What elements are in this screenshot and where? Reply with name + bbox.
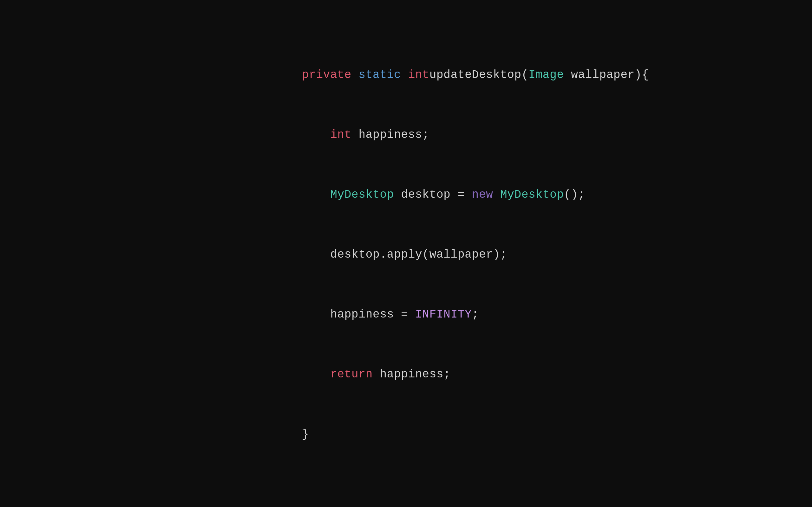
return-happiness: happiness; xyxy=(373,368,451,381)
constant-infinity: INFINITY xyxy=(415,308,472,321)
keyword-static: static xyxy=(358,68,401,81)
class-mydesktop-2: MyDesktop xyxy=(500,188,564,201)
keyword-private: private xyxy=(302,68,351,81)
code-line-4: desktop.apply(wallpaper); xyxy=(302,245,649,265)
param-rest: wallpaper){ xyxy=(564,68,649,81)
code-line-6: return happiness; xyxy=(302,364,649,384)
desktop-assign: desktop = xyxy=(394,188,472,201)
class-mydesktop-1: MyDesktop xyxy=(330,188,394,201)
closing-brace: } xyxy=(302,428,309,441)
semicolon-5: ; xyxy=(472,308,479,321)
code-line-1: private static intupdateDesktop(Image wa… xyxy=(302,65,649,85)
constructor-call: (); xyxy=(564,188,585,201)
class-image: Image xyxy=(528,68,564,81)
method-signature: updateDesktop( xyxy=(429,68,529,81)
desktop-apply-text: desktop.apply(wallpaper); xyxy=(330,248,507,261)
keyword-int-2: int xyxy=(330,128,351,141)
keyword-int-1: int xyxy=(408,68,429,81)
code-line-7: } xyxy=(302,424,649,444)
code-block: private static intupdateDesktop(Image wa… xyxy=(302,25,649,464)
happiness-assign: happiness = xyxy=(330,308,415,321)
desktop-apply xyxy=(302,248,330,261)
code-line-3: MyDesktop desktop = new MyDesktop(); xyxy=(302,185,649,205)
code-line-2: int happiness; xyxy=(302,125,649,145)
code-line-5: happiness = INFINITY; xyxy=(302,304,649,325)
happiness-decl: happiness; xyxy=(351,128,429,141)
keyword-new: new xyxy=(472,188,493,201)
keyword-return: return xyxy=(330,368,373,381)
